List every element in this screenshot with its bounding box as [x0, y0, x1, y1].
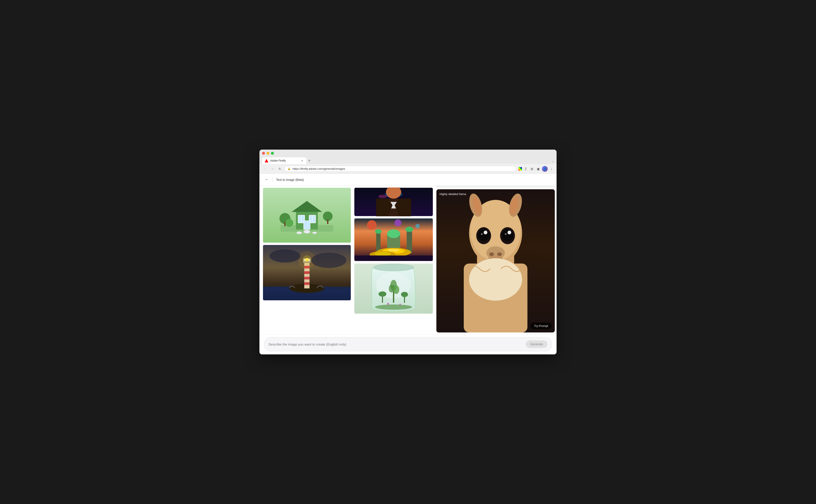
tab-title: Adobe Firefly — [270, 159, 298, 162]
svg-point-41 — [367, 220, 376, 230]
profile-avatar[interactable]: 👤 — [542, 166, 548, 172]
image-card-alien-city[interactable] — [354, 218, 433, 261]
svg-rect-55 — [354, 256, 433, 261]
svg-point-43 — [415, 224, 420, 228]
puzzle-icon[interactable]: ⊞ — [530, 166, 535, 171]
image-card-lighthouse[interactable] — [263, 245, 351, 301]
zotero-icon[interactable]: Z — [523, 166, 528, 171]
generate-button[interactable]: Generate — [526, 340, 548, 348]
svg-point-30 — [270, 249, 300, 262]
svg-rect-12 — [327, 220, 328, 224]
traffic-lights — [262, 152, 274, 155]
nav-bar: ← → ↻ 🔒 https://firefly.adobe.com/genera… — [259, 164, 557, 174]
svg-point-35 — [378, 195, 387, 198]
svg-point-88 — [505, 233, 507, 235]
svg-point-45 — [387, 229, 400, 238]
svg-rect-24 — [304, 282, 309, 285]
svg-point-13 — [285, 219, 293, 227]
llama-image — [437, 189, 555, 332]
right-panel: Highly detailed llama Try Prompt — [435, 186, 557, 334]
tab-close-button[interactable]: ✕ — [300, 159, 304, 162]
window-controls-right: ⌄ — [552, 160, 554, 164]
tab-bar: Adobe Firefly ✕ + ⌄ — [262, 157, 554, 164]
svg-point-68 — [401, 292, 408, 297]
svg-point-84 — [502, 229, 514, 241]
close-button[interactable] — [262, 152, 265, 155]
lighthouse-image — [263, 245, 351, 301]
refresh-button[interactable]: ↻ — [277, 166, 282, 171]
svg-rect-22 — [304, 271, 309, 274]
svg-point-16 — [312, 232, 317, 234]
svg-point-87 — [481, 233, 483, 235]
forward-nav-button[interactable]: → — [270, 166, 275, 171]
minimize-button[interactable] — [266, 152, 269, 155]
more-menu-button[interactable]: ⋮ — [549, 166, 554, 171]
maximize-button[interactable] — [271, 152, 274, 155]
rainbow-icon — [519, 167, 522, 171]
gallery-middle-column — [352, 186, 435, 334]
toolbar-divider — [273, 178, 273, 182]
search-input[interactable] — [268, 342, 523, 346]
image-card-house[interactable] — [263, 188, 351, 243]
svg-point-54 — [374, 252, 391, 256]
house-image — [263, 188, 351, 243]
svg-point-57 — [421, 254, 423, 256]
svg-point-47 — [375, 229, 381, 234]
svg-rect-23 — [304, 277, 309, 279]
nav-right-icons: Z ⊞ ▣ 👤 ⋮ — [519, 166, 554, 172]
svg-point-56 — [367, 254, 368, 256]
svg-point-86 — [508, 231, 511, 234]
svg-point-49 — [405, 227, 413, 232]
featured-llama-card[interactable]: Highly detailed llama Try Prompt — [437, 189, 555, 332]
page-back-button[interactable]: ← — [264, 176, 270, 183]
svg-point-91 — [497, 252, 502, 256]
main-content: Highly detailed llama Try Prompt — [259, 186, 557, 334]
search-bar-container: Generate — [259, 334, 557, 354]
page-title: Text to image (Beta) — [276, 178, 304, 182]
svg-point-83 — [478, 229, 490, 241]
chevron-down-icon[interactable]: ⌄ — [552, 160, 554, 163]
svg-rect-52 — [388, 249, 399, 252]
search-bar: Generate — [264, 337, 552, 351]
address-text: https://firefly.adobe.com/generate/image… — [292, 167, 513, 170]
alien-person-image — [354, 188, 433, 216]
try-prompt-button[interactable]: Try Prompt — [531, 322, 552, 329]
browser-window: Adobe Firefly ✕ + ⌄ ← → ↻ 🔒 https://fire… — [259, 150, 557, 354]
svg-point-93 — [469, 258, 522, 301]
adobe-icon — [265, 159, 268, 162]
svg-point-63 — [389, 285, 394, 292]
top-scroll-stub — [437, 186, 555, 188]
title-bar: Adobe Firefly ✕ + ⌄ — [259, 150, 557, 164]
image-card-alien-person[interactable] — [354, 188, 433, 216]
svg-point-85 — [484, 231, 488, 234]
lock-icon: 🔒 — [287, 167, 291, 170]
svg-point-90 — [489, 252, 494, 256]
gallery-left-column — [259, 186, 352, 334]
page-toolbar: ← Text to image (Beta) — [259, 174, 557, 186]
new-tab-button[interactable]: + — [306, 157, 312, 164]
address-bar[interactable]: 🔒 https://firefly.adobe.com/generate/ima… — [284, 166, 517, 172]
alien-city-image — [354, 218, 433, 261]
svg-point-15 — [296, 231, 302, 234]
image-card-terrarium[interactable] — [354, 263, 433, 314]
svg-point-71 — [375, 305, 412, 310]
active-tab[interactable]: Adobe Firefly ✕ — [262, 157, 306, 164]
svg-point-14 — [303, 230, 310, 233]
featured-label: Highly detailed llama — [440, 192, 466, 196]
back-nav-button[interactable]: ← — [262, 166, 268, 171]
tab-favicon — [265, 159, 268, 162]
svg-rect-8 — [303, 221, 310, 230]
svg-point-66 — [378, 291, 386, 297]
svg-point-64 — [393, 285, 399, 294]
svg-point-59 — [373, 264, 414, 271]
monitor-icon[interactable]: ▣ — [536, 166, 541, 171]
terrarium-image — [354, 263, 433, 314]
svg-point-42 — [394, 219, 401, 226]
svg-point-31 — [311, 253, 346, 268]
svg-rect-10 — [284, 222, 285, 226]
